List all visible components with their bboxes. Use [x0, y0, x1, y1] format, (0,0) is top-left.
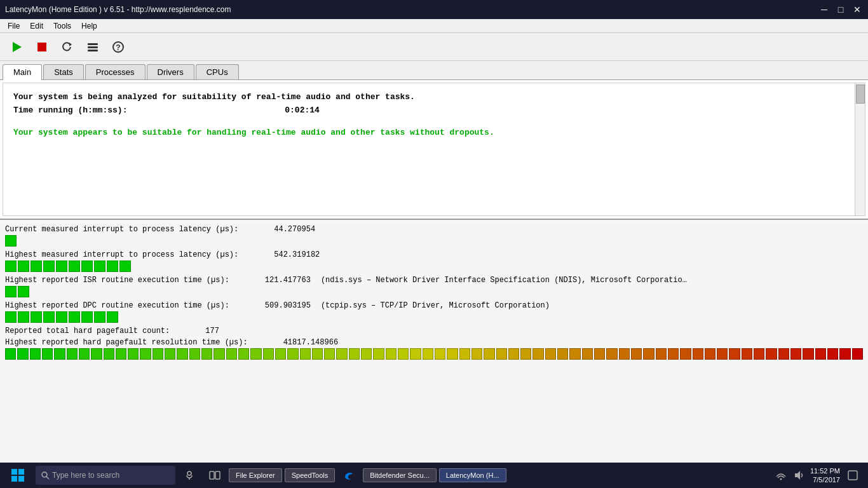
taskbar-bitdefender[interactable]: Bitdefender Secu... [363, 468, 437, 482]
highest-latency-bar [5, 261, 863, 272]
pagefault-bar-block [153, 348, 163, 360]
pagefault-bar-block [827, 348, 838, 360]
svg-point-12 [42, 472, 47, 477]
pagefault-bar-block [619, 348, 630, 360]
title-bar: LatencyMon (Home Edition ) v 6.51 - http… [0, 0, 868, 19]
pagefault-bar-block [214, 348, 224, 360]
menu-file[interactable]: File [3, 20, 25, 32]
toolbar: ? [0, 33, 868, 61]
pagefault-bar-block [410, 348, 421, 360]
svg-marker-19 [795, 471, 800, 480]
taskbar-latencymon[interactable]: LatencyMon (H... [439, 468, 506, 482]
pagefault-bar-block [680, 348, 691, 360]
pagefault-bar-block [300, 348, 311, 360]
pagefault-bar-block [557, 348, 568, 360]
dpc-bar [5, 311, 863, 323]
tab-drivers[interactable]: Drivers [147, 64, 194, 79]
pagefault-bar-block [606, 348, 617, 360]
pagefault-bar-block [91, 348, 102, 360]
svg-text:?: ? [116, 43, 120, 52]
taskbar-speedtools[interactable]: SpeedTools [285, 468, 336, 482]
tab-stats[interactable]: Stats [43, 64, 84, 79]
cortana-icon[interactable] [178, 464, 201, 487]
svg-rect-5 [88, 50, 98, 51]
svg-line-13 [46, 477, 49, 479]
bar-block [81, 311, 93, 323]
taskbar: Type here to search File Explorer SpeedT… [0, 463, 868, 488]
svg-rect-9 [18, 469, 24, 475]
pagefault-time-value: 41817.148966 [283, 338, 338, 347]
svg-rect-20 [848, 471, 857, 480]
pagefault-bar-block [569, 348, 580, 360]
pagefault-bar-block [852, 348, 863, 360]
bar-block [69, 311, 80, 323]
pagefault-time-label: Highest reported hard pagefault resoluti… [5, 338, 248, 347]
pagefault-bar-block [287, 348, 298, 360]
taskbar-file-explorer[interactable]: File Explorer [229, 468, 282, 482]
scroll-thumb[interactable] [856, 85, 865, 104]
tab-main[interactable]: Main [3, 64, 42, 80]
pagefault-bar-block [643, 348, 654, 360]
pagefault-bar-block [140, 348, 151, 360]
pagefault-count-value: 177 [205, 327, 219, 336]
isr-row: Highest reported ISR routine execution t… [5, 276, 863, 297]
bar-block [94, 261, 105, 272]
pagefault-bar-block [17, 348, 28, 360]
search-box[interactable]: Type here to search [36, 466, 175, 485]
bar-block [56, 261, 67, 272]
volume-icon[interactable] [792, 469, 805, 482]
isr-bar [5, 286, 863, 297]
settings-button[interactable] [81, 36, 104, 58]
tab-cpus[interactable]: CPUs [196, 64, 239, 79]
menu-tools[interactable]: Tools [48, 20, 76, 32]
bar-block [119, 261, 131, 272]
notification-icon[interactable] [845, 468, 860, 483]
system-tray: 11:52 PM 7/5/2017 [775, 466, 865, 485]
pagefault-bar-block [435, 348, 445, 360]
highest-latency-row: Highest measured interrupt to process la… [5, 250, 863, 272]
status-scrollbar[interactable] [855, 83, 865, 215]
bar-block [5, 235, 17, 247]
pagefault-bar-block [165, 348, 175, 360]
system-clock[interactable]: 11:52 PM 7/5/2017 [810, 466, 840, 485]
svg-rect-3 [88, 43, 98, 45]
pagefault-bar-block [729, 348, 740, 360]
pagefault-bar-block [42, 348, 53, 360]
clock-date: 7/5/2017 [810, 475, 840, 484]
menu-edit[interactable]: Edit [25, 20, 48, 32]
minimize-button[interactable]: ─ [818, 4, 830, 15]
pagefault-count-row: Reported total hard pagefault count: 177 [5, 327, 863, 336]
pagefault-bar-block [386, 348, 397, 360]
search-placeholder: Type here to search [52, 471, 119, 480]
edge-icon[interactable] [337, 464, 360, 487]
highest-latency-label: Highest measured interrupt to process la… [5, 250, 238, 259]
help-button[interactable]: ? [107, 36, 130, 58]
pagefault-bar-block [312, 348, 323, 360]
task-view-icon[interactable] [203, 464, 226, 487]
metrics-area: Current measured interrupt to process la… [0, 219, 868, 463]
svg-rect-16 [210, 471, 214, 479]
status-line1: Your system is being analyzed for suitab… [13, 91, 855, 104]
stop-button[interactable] [31, 36, 53, 58]
svg-rect-10 [11, 476, 17, 482]
refresh-button[interactable] [56, 36, 79, 58]
isr-value: 121.417763 [265, 276, 311, 285]
play-button[interactable] [5, 36, 28, 58]
pagefault-bar-block [778, 348, 789, 360]
pagefault-time-row: Highest reported hard pagefault resoluti… [5, 338, 863, 360]
network-icon[interactable] [775, 469, 787, 482]
bar-block [69, 261, 80, 272]
menu-bar: File Edit Tools Help [0, 19, 868, 33]
bar-block [5, 311, 17, 323]
pagefault-bar-block [398, 348, 409, 360]
pagefault-bar-block [423, 348, 433, 360]
maximize-button[interactable]: □ [835, 4, 846, 15]
close-button[interactable]: ✕ [851, 4, 863, 15]
start-button[interactable] [3, 464, 33, 487]
menu-help[interactable]: Help [76, 20, 102, 32]
dpc-value: 509.903195 [265, 301, 311, 310]
pagefault-bar-block [742, 348, 752, 360]
tab-processes[interactable]: Processes [85, 64, 146, 79]
pagefault-bar-block [361, 348, 372, 360]
dpc-detail: (tcpip.sys – TCP/IP Driver, Microsoft Co… [321, 301, 550, 310]
